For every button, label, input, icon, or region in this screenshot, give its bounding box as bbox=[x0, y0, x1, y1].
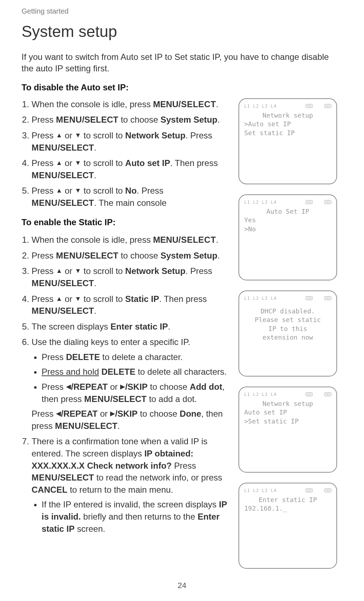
steps-enable: When the console is idle, press MENU/SEL… bbox=[22, 234, 228, 535]
key-select: /SELECT bbox=[82, 115, 118, 124]
text: to add a dot. bbox=[147, 394, 197, 404]
arrow-left-icon: ◀ bbox=[66, 382, 71, 391]
text: . bbox=[216, 99, 218, 109]
text: Press bbox=[32, 115, 56, 124]
text: to return to the main menu. bbox=[67, 485, 173, 494]
screen-line: Yes bbox=[244, 216, 331, 224]
text: When the console is idle, press bbox=[32, 99, 153, 109]
screen-line: Auto set IP bbox=[244, 408, 331, 417]
step-3: Press ▲ or ▼ to scroll to Network Setup.… bbox=[32, 265, 228, 289]
text: or bbox=[62, 266, 75, 276]
text: Press bbox=[32, 294, 56, 304]
status-icons: L1 L2 L3 L4 bbox=[244, 103, 331, 109]
key-menu: MENU bbox=[32, 306, 58, 316]
line-labels: L1 L2 L3 L4 bbox=[244, 103, 276, 109]
arrow-up-icon: ▲ bbox=[56, 294, 62, 303]
arrow-left-icon: ◀ bbox=[56, 409, 61, 418]
arrow-up-icon: ▲ bbox=[56, 186, 62, 195]
screen-text: Enter static IP bbox=[110, 322, 168, 331]
text: or bbox=[62, 294, 75, 304]
arrow-up-icon: ▲ bbox=[56, 158, 62, 167]
key-repeat: /REPEAT bbox=[61, 409, 98, 418]
key-select: /SELECT bbox=[81, 421, 117, 431]
key-skip: /SKIP bbox=[115, 409, 138, 418]
step-5: Press ▲ or ▼ to scroll to No. Press MENU… bbox=[32, 185, 228, 209]
screen-title: Auto Set IP bbox=[244, 207, 331, 216]
bullet-add-dot: Press ◀/REPEAT or ▶/SKIP to choose Add d… bbox=[42, 381, 228, 405]
text: Press bbox=[32, 186, 56, 195]
text: Press bbox=[32, 409, 56, 418]
text: . Press bbox=[185, 266, 212, 276]
key-menu: MENU bbox=[32, 170, 58, 180]
text: Press bbox=[42, 352, 66, 362]
screens-column: L1 L2 L3 L4 Network setup >Auto set IP S… bbox=[238, 98, 342, 569]
step-7: There is a confirmation tone when a vali… bbox=[32, 435, 228, 535]
bullet-invalid-ip: If the IP entered is invalid, the screen… bbox=[42, 498, 228, 535]
arrow-down-icon: ▼ bbox=[75, 158, 81, 167]
text: Use the dialing keys to enter a specific… bbox=[32, 337, 190, 347]
tape-icon bbox=[324, 296, 331, 300]
lcd-screen-enter-static-ip: L1 L2 L3 L4 Enter static IP 192.168.1._ bbox=[238, 483, 337, 569]
arrow-up-icon: ▲ bbox=[56, 266, 62, 275]
key-select: /SELECT bbox=[82, 251, 118, 260]
text: to choose bbox=[118, 251, 160, 260]
arrow-down-icon: ▼ bbox=[75, 131, 81, 140]
text bbox=[99, 367, 101, 377]
key-menu: MENU bbox=[55, 421, 81, 431]
text: to delete all characters. bbox=[135, 367, 227, 377]
text: . bbox=[94, 306, 96, 316]
text: or bbox=[62, 186, 75, 195]
screen-line: >Set static IP bbox=[244, 417, 331, 426]
tape-icon bbox=[306, 200, 313, 204]
screen-line: >No bbox=[244, 225, 331, 233]
tape-icon bbox=[306, 104, 313, 108]
step-3: Press ▲ or ▼ to scroll to Network Setup.… bbox=[32, 129, 228, 153]
text: to scroll to bbox=[81, 186, 125, 195]
tape-icon bbox=[324, 488, 331, 492]
tape-icon bbox=[324, 104, 331, 108]
text: to choose bbox=[138, 409, 180, 418]
lcd-screen-auto-set-ip: L1 L2 L3 L4 Auto Set IP Yes >No bbox=[238, 194, 337, 280]
key-select: /SELECT bbox=[58, 278, 94, 288]
step-6: Use the dialing keys to enter a specific… bbox=[32, 336, 228, 432]
text: . bbox=[94, 278, 96, 288]
text: to delete a character. bbox=[100, 352, 183, 362]
step-1: When the console is idle, press MENU/SEL… bbox=[32, 98, 228, 110]
status-icons: L1 L2 L3 L4 bbox=[244, 295, 331, 301]
sub-bullets: Press DELETE to delete a character. Pres… bbox=[32, 351, 228, 405]
screen-line: IP to this bbox=[244, 325, 331, 333]
text: . Press bbox=[137, 186, 164, 195]
screen-title: Network setup bbox=[244, 111, 331, 120]
text: Press bbox=[32, 131, 56, 140]
text: . Press bbox=[185, 131, 212, 140]
text: If the IP entered is invalid, the screen… bbox=[42, 500, 219, 509]
screen-line: extension now bbox=[244, 333, 331, 342]
option-add-dot: Add dot bbox=[190, 382, 222, 392]
key-menu: MENU bbox=[153, 235, 179, 245]
line-labels: L1 L2 L3 L4 bbox=[244, 199, 276, 205]
option-done: Done bbox=[180, 409, 201, 418]
text: . bbox=[117, 421, 120, 431]
key-select: /SELECT bbox=[110, 394, 146, 404]
menu-item: System Setup bbox=[160, 115, 217, 124]
screen-line: DHCP disabled. bbox=[244, 307, 331, 316]
text: Press bbox=[32, 266, 56, 276]
section-heading-disable: To disable the Auto set IP: bbox=[22, 82, 342, 93]
status-icons: L1 L2 L3 L4 bbox=[244, 392, 331, 397]
text: The screen displays bbox=[32, 322, 110, 331]
arrow-right-icon: ▶ bbox=[110, 409, 115, 418]
text: . Then press bbox=[170, 158, 218, 168]
page-number: 24 bbox=[0, 581, 364, 590]
lcd-screen-set-static: L1 L2 L3 L4 Network setup Auto set IP >S… bbox=[238, 387, 337, 473]
line-labels: L1 L2 L3 L4 bbox=[244, 392, 276, 397]
text: . bbox=[217, 251, 220, 260]
instructions-column: When the console is idle, press MENU/SEL… bbox=[22, 98, 228, 569]
step-2: Press MENU/SELECT to choose System Setup… bbox=[32, 250, 228, 262]
key-menu: MENU bbox=[153, 99, 179, 109]
text: to choose bbox=[148, 382, 190, 392]
page-title: System setup bbox=[22, 23, 342, 41]
text: . bbox=[94, 170, 96, 180]
bullet-delete-char: Press DELETE to delete a character. bbox=[42, 351, 228, 363]
text: Press bbox=[42, 382, 66, 392]
key-cancel: CANCEL bbox=[32, 485, 67, 494]
